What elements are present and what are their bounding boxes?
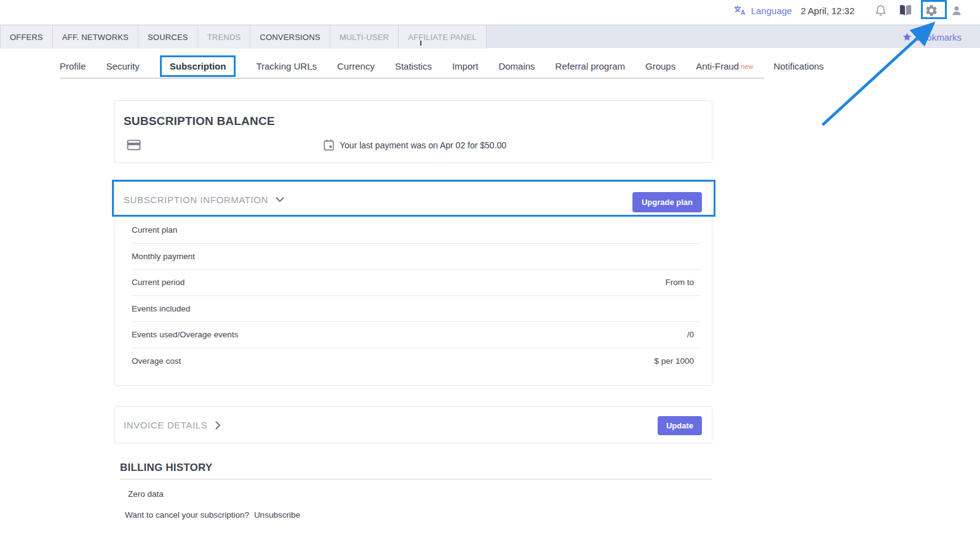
bookmarks-label: Bookmarks [915, 32, 962, 42]
tab-domains[interactable]: Domains [498, 61, 535, 71]
credit-card-icon [127, 139, 141, 153]
last-payment-text: Your last payment was on Apr 02 for $50.… [340, 140, 506, 150]
top-bar: A Language 2 April, 12:32 [0, 0, 980, 25]
row-overage-cost: Overage cost $ per 1000 [114, 348, 712, 375]
tab-statistics[interactable]: Statistics [395, 61, 432, 71]
nav-tab-offers[interactable]: OFFERS [0, 25, 53, 49]
row-events-used: Events used/Overage events /0 [114, 322, 712, 348]
language-label: Language [751, 6, 792, 16]
row-value: From to [665, 278, 694, 287]
tab-import[interactable]: Import [452, 61, 479, 71]
billing-history-section: BILLING HISTORY Zero data Want to cancel… [120, 462, 712, 520]
nav-tab-conversions[interactable]: CONVERSIONS [250, 25, 330, 49]
subscription-balance-row: Your last payment was on Apr 02 for $50.… [124, 139, 702, 153]
new-badge: new [741, 63, 753, 70]
tab-groups[interactable]: Groups [645, 61, 675, 71]
cancel-subscription-line: Want to cancel your subscription? Unsubs… [125, 510, 712, 520]
row-label: Current period [132, 278, 185, 287]
chevron-right-icon [215, 421, 221, 430]
user-profile-icon[interactable] [949, 3, 964, 18]
subscription-information-rows: Current plan Monthly payment Current per… [114, 217, 712, 374]
subscription-information-title-text: SUBSCRIPTION INFORMATION [124, 195, 268, 205]
upgrade-plan-button[interactable]: Upgrade plan [632, 192, 702, 212]
bookmarks-link[interactable]: Bookmarks [902, 25, 962, 49]
tab-currency[interactable]: Currency [337, 61, 375, 71]
subscription-information-title: SUBSCRIPTION INFORMATION [124, 195, 284, 205]
invoice-details-card: INVOICE DETAILS Update [114, 406, 712, 443]
main-nav-band: OFFERS AFF. NETWORKS SOURCES TRENDS CONV… [0, 25, 980, 48]
subscription-information-header[interactable]: SUBSCRIPTION INFORMATION Upgrade plan [114, 182, 712, 217]
row-label: Monthly payment [132, 252, 195, 261]
translate-icon: A [733, 3, 747, 18]
top-bar-actions: A Language 2 April, 12:32 [733, 0, 964, 21]
row-label: Events used/Overage events [132, 330, 238, 339]
svg-text:A: A [741, 9, 745, 15]
nav-tab-multi-user[interactable]: MULTI-USER [330, 25, 399, 49]
tab-tracking-urls[interactable]: Tracking URLs [256, 61, 317, 71]
settings-tabs: Profile Security Subscription Tracking U… [60, 54, 765, 79]
tab-security[interactable]: Security [106, 61, 140, 71]
row-label: Overage cost [132, 356, 181, 366]
page: A Language 2 April, 12:32 [0, 0, 980, 538]
invoice-details-title-text: INVOICE DETAILS [124, 420, 207, 430]
chevron-down-icon [276, 197, 284, 203]
row-value: /0 [687, 330, 694, 339]
row-label: Current plan [132, 225, 177, 235]
tab-subscription[interactable]: Subscription [160, 55, 236, 77]
tab-notifications[interactable]: Notifications [773, 61, 824, 71]
language-selector[interactable]: A Language [733, 3, 792, 18]
tab-profile[interactable]: Profile [60, 61, 86, 71]
nav-tab-aff-networks[interactable]: AFF. NETWORKS [53, 25, 138, 49]
row-value: $ per 1000 [654, 356, 694, 366]
clipped-text-fragment [420, 41, 421, 46]
nav-tab-trends[interactable]: TRENDS [198, 25, 251, 49]
row-current-plan: Current plan [114, 217, 712, 244]
update-button[interactable]: Update [658, 416, 702, 435]
star-icon [902, 33, 912, 41]
billing-history-title: BILLING HISTORY [120, 462, 712, 474]
settings-gear-icon[interactable] [924, 3, 939, 18]
tab-referral-program[interactable]: Referral program [556, 61, 625, 71]
tab-anti-fraud[interactable]: Anti-Fraudnew [696, 61, 753, 71]
subscription-balance-card: SUBSCRIPTION BALANCE Your last pay [114, 100, 712, 163]
tab-anti-fraud-label: Anti-Fraud [696, 61, 739, 71]
row-monthly-payment: Monthly payment [114, 244, 712, 270]
main-nav-tabs: OFFERS AFF. NETWORKS SOURCES TRENDS CONV… [0, 25, 487, 49]
billing-history-divider [120, 479, 712, 480]
invoice-details-header[interactable]: INVOICE DETAILS [124, 420, 221, 430]
notifications-bell-icon[interactable] [873, 3, 888, 18]
unsubscribe-link[interactable]: Unsubscribe [254, 510, 300, 520]
row-events-included: Events included [114, 296, 712, 323]
row-current-period: Current period From to [114, 270, 712, 296]
billing-history-empty-text: Zero data [128, 489, 712, 499]
subscription-balance-title: SUBSCRIPTION BALANCE [124, 114, 275, 128]
calendar-icon [324, 139, 334, 151]
datetime-label: 2 April, 12:32 [800, 6, 855, 16]
last-payment: Your last payment was on Apr 02 for $50.… [324, 139, 506, 151]
row-label: Events included [132, 304, 190, 313]
nav-tab-sources[interactable]: SOURCES [138, 25, 198, 49]
docs-book-icon[interactable] [898, 3, 913, 18]
cancel-question-text: Want to cancel your subscription? [125, 510, 249, 520]
subscription-information-card: SUBSCRIPTION INFORMATION Upgrade plan Cu… [114, 182, 712, 386]
nav-tab-affiliate-panel[interactable]: AFFILIATE PANEL [399, 25, 487, 49]
